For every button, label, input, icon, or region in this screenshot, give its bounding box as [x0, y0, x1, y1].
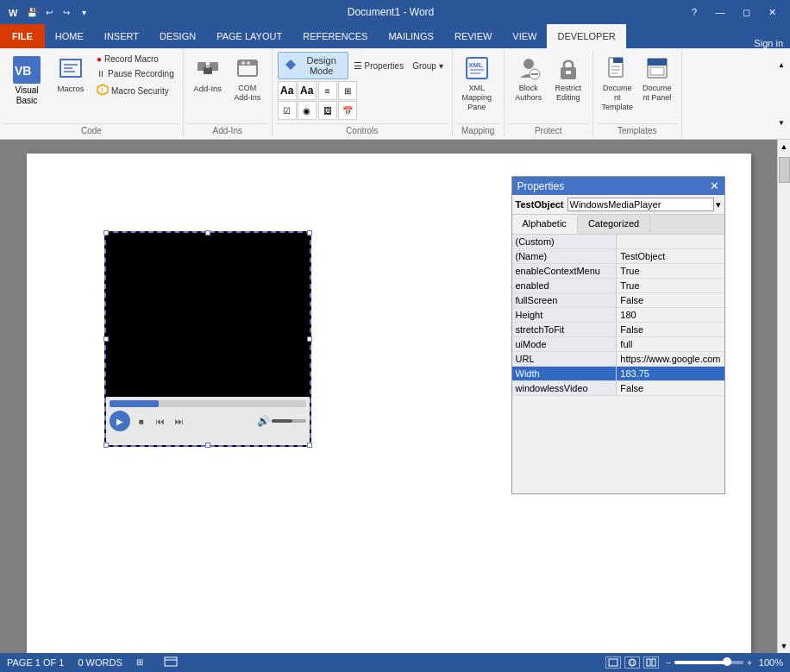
macro-security-button[interactable]: ! Macro Security — [93, 81, 178, 100]
props-table-row[interactable]: Height180 — [512, 308, 724, 323]
checkbox-button[interactable]: ☑ — [278, 101, 297, 120]
group-button[interactable]: Group ▾ — [409, 59, 447, 73]
resize-handle-se[interactable] — [307, 443, 312, 448]
save-qa-button[interactable]: 💾 — [24, 4, 40, 20]
props-select-arrow[interactable]: ▾ — [716, 199, 721, 210]
tab-home[interactable]: HOME — [45, 24, 94, 48]
scroll-down-arrow[interactable]: ▼ — [778, 639, 790, 653]
props-tab-alphabetic[interactable]: Alphabetic — [512, 215, 578, 234]
tab-page-layout[interactable]: PAGE LAYOUT — [206, 24, 292, 48]
aa-button-2[interactable]: Aa — [298, 81, 317, 100]
props-name-cell: stretchToFit — [512, 323, 617, 337]
props-table-row[interactable]: enableContextMenuTrue — [512, 264, 724, 279]
grid-control-button[interactable]: ⊞ — [338, 81, 357, 100]
tab-review[interactable]: REVIEW — [444, 24, 502, 48]
props-table-row[interactable]: URLhttps://www.google.com — [512, 352, 724, 367]
resize-handle-nw[interactable] — [103, 230, 109, 236]
undo-qa-button[interactable]: ↩ — [41, 4, 57, 20]
tab-design[interactable]: DESIGN — [149, 24, 206, 48]
resize-handle-ne[interactable] — [307, 230, 312, 236]
props-table-row[interactable]: windowlessVideoFalse — [512, 381, 724, 396]
redo-qa-button[interactable]: ↪ — [59, 4, 74, 20]
prev-button[interactable]: ⏮ — [153, 413, 168, 429]
restrict-editing-button[interactable]: Restrict Editing — [549, 52, 587, 105]
next-button[interactable]: ⏭ — [172, 413, 187, 429]
volume-track[interactable] — [272, 419, 306, 423]
close-button[interactable]: ✕ — [761, 3, 783, 21]
props-table-row[interactable]: (Custom) — [512, 235, 724, 249]
properties-object-select[interactable]: WindowsMediaPlayer — [567, 198, 714, 211]
customize-qa-button[interactable]: ▾ — [76, 4, 91, 20]
stop-button[interactable]: ■ — [134, 413, 149, 429]
props-table-row[interactable]: stretchToFitFalse — [512, 323, 724, 337]
add-ins-button[interactable]: Add-Ins — [189, 52, 227, 104]
scroll-track[interactable] — [778, 154, 790, 639]
props-value-cell[interactable]: False — [617, 293, 724, 308]
properties-close-button[interactable]: ✕ — [710, 179, 719, 192]
block-authors-button[interactable]: Block Authors — [510, 52, 548, 105]
props-value-cell[interactable]: 180 — [617, 308, 724, 323]
zoom-slider-thumb[interactable] — [723, 657, 731, 666]
visual-basic-button[interactable]: VB Visual Basic — [5, 52, 48, 110]
scroll-up-arrow[interactable]: ▲ — [778, 140, 790, 154]
tab-references[interactable]: REFERENCES — [292, 24, 378, 48]
xml-mapping-button[interactable]: XML XML Mapping Pane — [458, 52, 496, 114]
view-web-button[interactable] — [624, 656, 640, 669]
props-table-row[interactable]: (Name)TestObject — [512, 249, 724, 264]
resize-handle-e[interactable] — [307, 336, 312, 342]
props-value-cell[interactable]: full — [617, 337, 724, 352]
tab-developer[interactable]: DEVELOPER — [547, 24, 625, 48]
record-macro-button[interactable]: ● Record Macro — [93, 52, 178, 66]
resize-handle-sw[interactable] — [103, 443, 109, 448]
ribbon-scroll-up[interactable]: ▲ — [778, 61, 785, 69]
props-value-cell[interactable]: 183.75 — [617, 367, 724, 381]
props-table-row[interactable]: enabledTrue — [512, 279, 724, 293]
props-table-row[interactable]: fullScreenFalse — [512, 293, 724, 308]
props-value-cell[interactable] — [617, 235, 724, 249]
view-read-button[interactable] — [643, 656, 659, 669]
pause-recording-button[interactable]: ⏸ Pause Recording — [93, 66, 178, 81]
resize-handle-s[interactable] — [205, 443, 210, 448]
props-tab-categorized[interactable]: Categorized — [578, 215, 650, 234]
resize-handle-n[interactable] — [205, 230, 210, 236]
zoom-in-button[interactable]: + — [747, 658, 752, 668]
props-value-cell[interactable]: False — [617, 323, 724, 337]
zoom-out-button[interactable]: − — [666, 658, 671, 668]
right-scrollbar[interactable]: ▲ ▼ — [777, 140, 790, 653]
ribbon-scroll-down[interactable]: ▼ — [778, 119, 785, 127]
scroll-thumb[interactable] — [779, 157, 790, 183]
props-table-row[interactable]: uiModefull — [512, 337, 724, 352]
resize-handle-w[interactable] — [103, 336, 109, 342]
media-player-embed[interactable]: ▶ ■ ⏮ ⏭ 🔊 — [104, 231, 311, 447]
media-progress-bar[interactable] — [110, 400, 306, 407]
minimize-button[interactable]: — — [709, 3, 731, 21]
props-value-cell[interactable]: TestObject — [617, 249, 724, 264]
props-value-cell[interactable]: True — [617, 279, 724, 293]
props-value-cell[interactable]: https://www.google.com — [617, 352, 724, 367]
document-template-button[interactable]: Document Template — [599, 52, 636, 114]
help-button[interactable]: ? — [683, 3, 705, 21]
tab-view[interactable]: VIEW — [502, 24, 547, 48]
document-panel-button[interactable]: Document Panel — [638, 52, 676, 105]
view-print-button[interactable] — [605, 656, 621, 669]
restore-button[interactable]: ◻ — [735, 3, 757, 21]
tab-mailings[interactable]: MAILINGS — [378, 24, 444, 48]
props-value-cell[interactable]: False — [617, 381, 724, 396]
macros-button[interactable]: Macros — [52, 52, 90, 96]
tab-file[interactable]: FILE — [0, 24, 45, 48]
props-value-cell[interactable]: True — [617, 264, 724, 279]
aa-button-1[interactable]: Aa — [278, 81, 297, 100]
volume-control[interactable]: 🔊 — [257, 415, 306, 427]
properties-button[interactable]: ☰ Properties — [350, 58, 408, 74]
radio-button-ctrl[interactable]: ◉ — [298, 101, 317, 120]
tab-insert[interactable]: INSERT — [94, 24, 149, 48]
image-control-button[interactable]: 🖼 — [318, 101, 337, 120]
zoom-slider-track[interactable] — [674, 661, 743, 664]
design-mode-button[interactable]: Design Mode — [278, 52, 348, 79]
props-table-row[interactable]: Width183.75 — [512, 367, 724, 381]
list-control-button[interactable]: ≡ — [318, 81, 337, 100]
com-add-ins-button[interactable]: COM Add-Ins — [229, 52, 266, 105]
play-button[interactable]: ▶ — [110, 411, 130, 431]
sign-in-link[interactable]: Sign in — [754, 38, 783, 48]
field-control-button[interactable]: 📅 — [338, 101, 357, 120]
